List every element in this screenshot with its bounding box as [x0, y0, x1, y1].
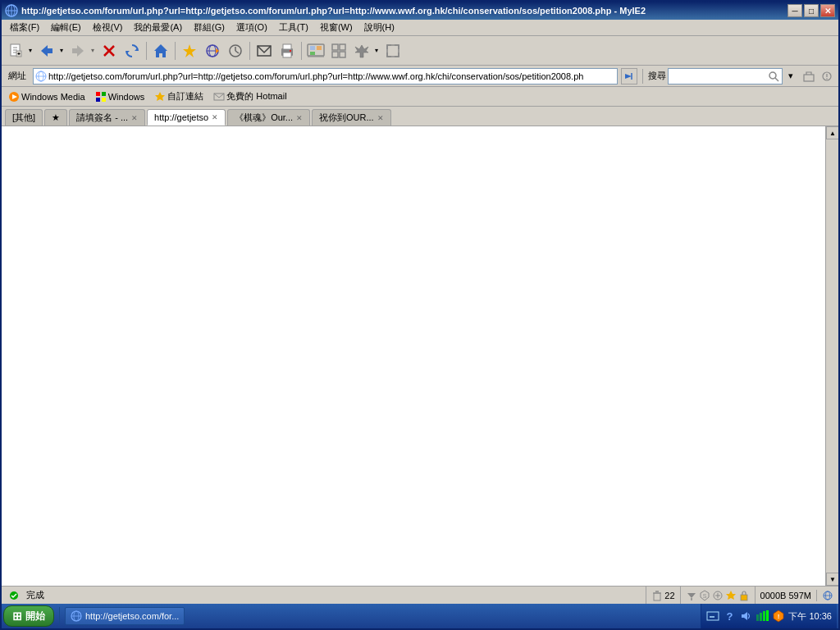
menu-options[interactable]: 選項(O) [231, 21, 272, 35]
menu-edit[interactable]: 編輯(E) [46, 21, 86, 35]
tab-petition-close[interactable]: ✕ [131, 114, 138, 122]
network-icon[interactable] [756, 609, 769, 623]
svg-marker-84 [742, 612, 747, 620]
menu-window[interactable]: 視窗(W) [315, 21, 358, 35]
tab-petition[interactable]: 請填簽名 - ... ✕ [69, 109, 145, 126]
tab-wish-close[interactable]: ✕ [377, 114, 384, 122]
link-hotmail[interactable]: 免費的 Hotmail [210, 89, 290, 104]
svg-line-47 [775, 78, 778, 81]
close-button[interactable]: ✕ [820, 4, 835, 17]
svg-rect-79 [707, 612, 719, 620]
links-bar: Windows Media Windows 自訂連結 [2, 87, 838, 107]
start-icon: ⊞ [12, 609, 22, 623]
tool3-arrow[interactable]: ▾ [372, 40, 381, 62]
svg-point-51 [826, 78, 828, 80]
svg-rect-39 [340, 52, 345, 57]
extra-btn-1[interactable] [801, 68, 817, 84]
history-button[interactable] [225, 40, 246, 62]
search-input[interactable] [670, 71, 767, 81]
taskbar: ⊞ 開始 http://getjetso.com/for... [2, 604, 838, 628]
scroll-track[interactable] [826, 139, 838, 573]
search-options-button[interactable]: ▾ [784, 68, 797, 84]
address-input[interactable] [48, 71, 615, 81]
search-icon [767, 68, 780, 84]
tab-other[interactable]: [其他] [5, 109, 43, 126]
keyboard-icon[interactable] [706, 609, 719, 623]
menu-tools[interactable]: 工具(T) [274, 21, 313, 35]
capture-button[interactable] [305, 40, 326, 62]
menu-file[interactable]: 檔案(F) [5, 21, 44, 35]
taskbar-browser-item[interactable]: http://getjetso.com/for... [65, 607, 185, 625]
svg-rect-87 [763, 611, 765, 621]
tab-qihun[interactable]: 《棋魂》Our... ✕ [227, 109, 310, 126]
help-icon[interactable]: ? [723, 609, 736, 623]
svg-marker-11 [41, 45, 52, 57]
antivirus-icon[interactable]: ! [772, 609, 785, 623]
new-page-group: ▾ [5, 40, 34, 62]
extra-btn-2[interactable] [819, 68, 835, 84]
scroll-up-button[interactable]: ▲ [826, 126, 838, 139]
back-arrow[interactable]: ▾ [57, 40, 66, 62]
url-go-button[interactable] [202, 40, 223, 62]
svg-line-25 [235, 51, 239, 53]
tab-star[interactable]: ★ [44, 109, 67, 126]
back-button[interactable] [36, 40, 57, 62]
tab-getjetso-close[interactable]: ✕ [212, 113, 218, 121]
svg-rect-57 [102, 98, 106, 102]
link-windows-media[interactable]: Windows Media [5, 89, 89, 104]
title-text: http://getjetso.com/forum/url.php?url=ht… [21, 6, 646, 16]
scroll-down-button[interactable]: ▼ [826, 573, 838, 586]
maximize-button[interactable]: □ [804, 4, 819, 17]
favorites-button[interactable] [179, 40, 200, 62]
tab-getjetso[interactable]: http://getjetso ✕ [147, 109, 226, 126]
speaker-icon[interactable] [739, 609, 752, 623]
menu-help[interactable]: 說明(H) [359, 21, 399, 35]
svg-rect-56 [96, 98, 100, 102]
custom-link-icon [154, 91, 166, 103]
tool3-button[interactable] [351, 40, 372, 62]
download-icon [686, 590, 697, 601]
new-page-arrow[interactable]: ▾ [26, 40, 34, 62]
forward-arrow[interactable]: ▾ [89, 40, 97, 62]
mail-button[interactable] [253, 40, 275, 62]
menu-favorites[interactable]: 我的最愛(A) [129, 21, 187, 35]
search-input-wrap [668, 68, 783, 84]
menu-bar: 檔案(F) 編輯(E) 檢視(V) 我的最愛(A) 群組(G) 選項(O) 工具… [2, 20, 838, 36]
start-button[interactable]: ⊞ 開始 [3, 605, 54, 627]
svg-rect-36 [332, 44, 338, 50]
tool2-button[interactable] [328, 40, 349, 62]
status-left: 完成 [2, 589, 54, 601]
print-button[interactable] [276, 40, 298, 62]
fullscreen-button[interactable] [382, 40, 404, 62]
refresh-button[interactable] [121, 40, 143, 62]
svg-marker-58 [155, 92, 165, 101]
back-group: ▾ [36, 40, 66, 62]
address-go-button[interactable] [621, 68, 637, 84]
forward-button[interactable] [67, 40, 89, 62]
menu-view[interactable]: 檢視(V) [88, 21, 128, 35]
home-button[interactable] [150, 40, 171, 62]
status-text: 完成 [23, 589, 48, 601]
tab-wish[interactable]: 祝你到OUR... ✕ [312, 109, 391, 126]
svg-rect-55 [102, 92, 106, 96]
svg-text:S: S [702, 593, 706, 599]
svg-marker-12 [72, 45, 84, 57]
separator-2 [175, 42, 176, 60]
svg-marker-44 [625, 74, 632, 79]
link-windows[interactable]: Windows [92, 89, 148, 104]
menu-groups[interactable]: 群組(G) [189, 21, 230, 35]
status-zone [816, 590, 838, 601]
browser-window: http://getjetso.com/forum/url.php?url=ht… [0, 0, 840, 630]
svg-rect-86 [760, 613, 762, 621]
minimize-button[interactable]: ─ [788, 4, 802, 17]
status-bar: 完成 22 S [2, 586, 838, 604]
svg-rect-37 [340, 44, 345, 50]
taskbar-browser-label: http://getjetso.com/for... [85, 611, 179, 621]
tab-qihun-close[interactable]: ✕ [296, 114, 303, 122]
taskbar-browser-icon [71, 610, 82, 622]
new-page-button[interactable] [5, 40, 26, 62]
stop-button[interactable] [98, 40, 120, 62]
link-custom[interactable]: 自訂連結 [151, 89, 207, 104]
svg-rect-28 [283, 44, 291, 49]
svg-rect-61 [654, 593, 660, 600]
